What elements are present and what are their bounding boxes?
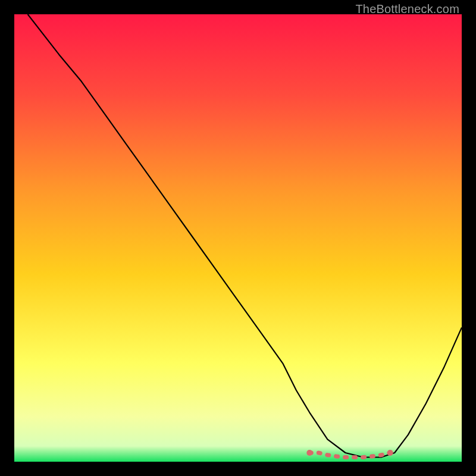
series-highlight-band-endpoint — [306, 450, 312, 456]
watermark-text: TheBottleneck.com — [355, 2, 459, 16]
chart-plot — [14, 14, 462, 462]
chart-frame — [14, 14, 462, 462]
series-highlight-band-endpoint — [387, 450, 393, 456]
